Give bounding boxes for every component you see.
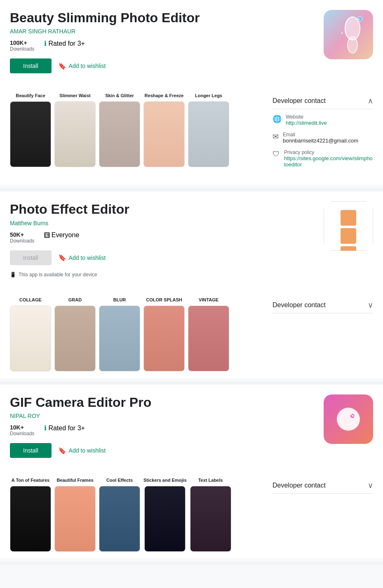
rating-value: E Everyone — [44, 231, 79, 239]
screenshots-container: A Ton of Features Beautiful Frames Cool … — [10, 478, 266, 552]
install-button[interactable]: Install — [10, 250, 52, 265]
wishlist-button[interactable]: 🔖 Add to wishlist — [58, 254, 106, 261]
website-label: Website — [286, 114, 327, 120]
device-note-text: This app is available for your device — [19, 272, 97, 278]
screenshot-label: Reshape & Freeze — [145, 93, 184, 98]
app-developer[interactable]: AMAR SINGH RATHAUR — [10, 28, 317, 35]
downloads-label: Downloads — [10, 238, 34, 244]
wishlist-label: Add to wishlist — [69, 63, 106, 69]
screenshots-container: COLLAGE GRAD BLUR COLOR SPLASH VINTAGE — [10, 297, 266, 371]
chevron-down-icon: ∨ — [368, 301, 373, 310]
screenshot-image — [144, 486, 186, 552]
screenshot-item: Skin & Glitter — [99, 93, 140, 167]
screenshot-item: Beautiful Frames — [54, 478, 96, 552]
screenshot-label: Skin & Glitter — [105, 93, 134, 98]
website-info: 🌐 Website http://slimedit.live — [273, 114, 373, 126]
rating-icon: ℹ — [44, 424, 47, 432]
app-developer[interactable]: NIPAL ROY — [10, 413, 317, 419]
developer-contact-content: 🌐 Website http://slimedit.live ✉ Email b… — [273, 109, 373, 178]
section-lower: A Ton of Features Beautiful Frames Cool … — [10, 471, 373, 558]
screenshot-image — [54, 101, 96, 167]
app-title: GIF Camera Editor Pro — [10, 394, 317, 410]
developer-contact-panel: Developer contact ∨ — [266, 478, 373, 494]
screenshot-label: Slimmer Waist — [59, 93, 90, 98]
developer-contact-header[interactable]: Developer contact ∨ — [273, 478, 373, 494]
developer-contact-header[interactable]: Developer contact ∧ — [273, 93, 373, 109]
email-info: ✉ Email bonnbarriseitz4221@gmail.com — [273, 132, 373, 144]
developer-contact-header[interactable]: Developer contact ∨ — [273, 297, 373, 313]
screenshot-image — [99, 101, 140, 167]
install-button[interactable]: Install — [10, 58, 52, 73]
screenshots-row: A Ton of Features Beautiful Frames Cool … — [10, 478, 266, 552]
screenshots-container: Beautify Face Slimmer Waist Skin & Glitt… — [10, 93, 266, 167]
screenshot-item: Reshape & Freeze — [143, 93, 185, 167]
screenshot-label: Beautiful Frames — [56, 478, 93, 483]
email-value[interactable]: bonnbarriseitz4221@gmail.com — [283, 138, 358, 144]
section-lower: Beautify Face Slimmer Waist Skin & Glitt… — [10, 86, 373, 185]
privacy-value[interactable]: https://sites.google.com/view/slimphotoe… — [284, 155, 373, 168]
screenshot-item: Longer Legs — [188, 93, 229, 167]
screenshot-image — [190, 486, 231, 552]
device-note: 📱 This app is available for your device — [10, 272, 317, 278]
app-actions: Install 🔖 Add to wishlist — [10, 443, 317, 458]
screenshot-label: Beautify Face — [16, 93, 45, 98]
screenshot-item: BLUR — [99, 297, 140, 371]
screenshot-item: A Ton of Features — [10, 478, 51, 552]
chevron-up-icon: ∧ — [368, 96, 373, 105]
developer-contact-title: Developer contact — [273, 482, 326, 489]
app-header: Photo Effect Editor Matthew Burns 50K+ D… — [10, 201, 373, 284]
app-developer[interactable]: Matthew Burns — [10, 220, 317, 226]
app-actions: Install 🔖 Add to wishlist — [10, 250, 317, 265]
screenshot-image — [54, 486, 96, 552]
screenshot-item: Text Labels — [190, 478, 231, 552]
svg-text:✦: ✦ — [357, 18, 360, 21]
screenshot-label: GRAD — [68, 297, 82, 302]
downloads-value: 10K+ — [10, 424, 34, 431]
app-header: Beauty Slimming Photo Editor AMAR SINGH … — [10, 10, 373, 80]
chevron-down-icon: ∨ — [368, 481, 373, 490]
downloads-label: Downloads — [10, 431, 34, 436]
screenshot-item: VINTAGE — [188, 297, 229, 371]
screenshot-label: BLUR — [113, 297, 126, 302]
app-icon: ✦ ✦ — [324, 10, 373, 59]
developer-contact-title: Developer contact — [273, 97, 326, 105]
screenshot-image — [54, 306, 96, 371]
install-button[interactable]: Install — [10, 443, 52, 458]
svg-point-5 — [337, 408, 360, 431]
screenshot-label: COLOR SPLASH — [146, 297, 182, 302]
section-lower: COLLAGE GRAD BLUR COLOR SPLASH VINTAGE D… — [10, 291, 373, 378]
rating-icon: ℹ — [44, 40, 47, 47]
app-stats: 50K+ Downloads E Everyone — [10, 231, 317, 244]
screenshot-item: Beautify Face — [10, 93, 51, 167]
screenshot-item: COLLAGE — [10, 297, 51, 371]
screenshot-image — [10, 101, 51, 167]
screenshots-row: COLLAGE GRAD BLUR COLOR SPLASH VINTAGE — [10, 297, 266, 371]
rating-stat: ℹ Rated for 3+ — [44, 424, 85, 436]
privacy-info: 🛡 Privacy policy https://sites.google.co… — [273, 149, 373, 168]
screenshot-image — [99, 306, 140, 371]
section-separator — [0, 188, 383, 191]
app-header: GIF Camera Editor Pro NIPAL ROY 10K+ Dow… — [10, 394, 373, 464]
shield-icon: 🛡 — [273, 150, 280, 159]
developer-contact-panel: Developer contact ∨ — [266, 297, 373, 313]
wishlist-button[interactable]: 🔖 Add to wishlist — [58, 62, 106, 70]
wishlist-label: Add to wishlist — [69, 447, 106, 454]
screenshot-item: Stickers and Emojis — [143, 478, 187, 552]
rating-stat: E Everyone — [44, 231, 79, 244]
screenshot-image — [188, 101, 229, 167]
rating-text: Rated for 3+ — [48, 425, 85, 432]
website-value[interactable]: http://slimedit.live — [286, 120, 327, 126]
developer-contact-title: Developer contact — [273, 301, 326, 309]
app-icon — [324, 201, 373, 251]
screenshot-label: COLLAGE — [19, 297, 42, 302]
app-header-left: Photo Effect Editor Matthew Burns 50K+ D… — [10, 201, 317, 284]
email-label: Email — [283, 132, 358, 138]
section-separator — [0, 562, 383, 565]
wishlist-button[interactable]: 🔖 Add to wishlist — [58, 447, 106, 455]
svg-text:✦: ✦ — [340, 31, 343, 35]
bookmark-icon: 🔖 — [58, 62, 66, 70]
app-actions: Install 🔖 Add to wishlist — [10, 58, 317, 73]
downloads-value: 50K+ — [10, 231, 34, 238]
screenshot-image — [143, 101, 185, 167]
rating-value: ℹ Rated for 3+ — [44, 424, 85, 432]
